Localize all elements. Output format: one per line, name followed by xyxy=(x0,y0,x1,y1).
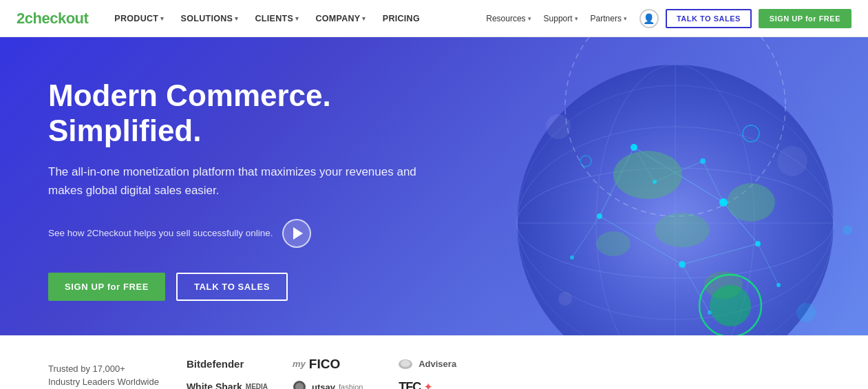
chevron-down-icon: ▾ xyxy=(362,15,366,22)
chevron-down-icon: ▾ xyxy=(624,15,627,22)
client-logo-utsav: utsav fashion xyxy=(293,380,374,389)
svg-point-30 xyxy=(700,158,706,164)
svg-point-28 xyxy=(679,261,686,268)
client-logo-tfc: TFC✦ xyxy=(399,380,480,389)
client-logo-whiteshark: White Shark MEDIA xyxy=(187,381,268,389)
client-logo-bitdefender: Bitdefender xyxy=(187,358,268,370)
svg-point-41 xyxy=(796,303,816,322)
nav-pricing[interactable]: PRICING xyxy=(376,10,427,28)
nav-partners[interactable]: Partners ▾ xyxy=(585,11,633,26)
svg-point-26 xyxy=(719,198,728,207)
logo-accent: out xyxy=(66,10,89,27)
hero-video-text: See how 2Checkout helps you sell success… xyxy=(48,228,273,238)
play-button[interactable] xyxy=(282,219,311,248)
globe-visual xyxy=(462,37,868,335)
client-logo-advisera: Advisera xyxy=(399,359,480,370)
talk-sales-hero-button[interactable]: TALK TO SALES xyxy=(176,273,288,301)
svg-point-32 xyxy=(776,283,781,287)
talk-sales-nav-button[interactable]: TALK TO SALES xyxy=(666,9,752,28)
svg-point-31 xyxy=(653,180,657,184)
svg-point-34 xyxy=(570,255,574,260)
hero-content: Modern Commerce. Simplified. The all-in-… xyxy=(0,37,496,335)
nav-company[interactable]: COMPANY ▾ xyxy=(308,10,372,28)
nav-solutions[interactable]: SOLUTIONS ▾ xyxy=(174,10,246,28)
svg-point-21 xyxy=(655,213,710,247)
chevron-down-icon: ▾ xyxy=(160,15,164,22)
client-logo-myfico: myFICO xyxy=(293,357,374,372)
hero-video-row: See how 2Checkout helps you sell success… xyxy=(48,219,468,248)
nav-support[interactable]: Support ▾ xyxy=(538,11,584,26)
chevron-down-icon: ▾ xyxy=(575,15,578,22)
svg-point-29 xyxy=(755,241,761,246)
hero-subtitle: The all-in-one monetization platform tha… xyxy=(48,163,447,200)
svg-point-36 xyxy=(710,285,751,326)
svg-point-45 xyxy=(401,360,410,367)
svg-point-24 xyxy=(596,231,631,256)
nav-clients[interactable]: CLIENTS ▾ xyxy=(248,10,306,28)
user-icon[interactable]: 👤 xyxy=(639,9,659,28)
hero-title: Modern Commerce. Simplified. xyxy=(48,78,468,148)
chevron-down-icon: ▾ xyxy=(235,15,238,22)
hero-buttons: SIGN UP for FREE TALK TO SALES xyxy=(48,273,468,301)
nav-product[interactable]: PRODUCT ▾ xyxy=(107,10,171,28)
svg-point-25 xyxy=(631,144,637,151)
logo-text: 2check xyxy=(17,10,66,27)
svg-point-20 xyxy=(613,151,682,199)
nav-right: Resources ▾ Support ▾ Partners ▾ 👤 TALK … xyxy=(480,9,851,28)
hero-section: Modern Commerce. Simplified. The all-in-… xyxy=(0,37,868,335)
nav-right-links: Resources ▾ Support ▾ Partners ▾ xyxy=(480,11,633,26)
nav-links: PRODUCT ▾ SOLUTIONS ▾ CLIENTS ▾ COMPANY … xyxy=(107,10,480,28)
nav-resources[interactable]: Resources ▾ xyxy=(480,11,536,26)
svg-point-22 xyxy=(727,183,775,222)
clients-strip: Trusted by 17,000+ Industry Leaders Worl… xyxy=(0,335,868,389)
svg-point-43 xyxy=(843,225,852,235)
navbar: 2checkout PRODUCT ▾ SOLUTIONS ▾ CLIENTS … xyxy=(0,0,868,37)
signup-hero-button[interactable]: SIGN UP for FREE xyxy=(48,273,165,301)
svg-point-39 xyxy=(546,114,571,139)
svg-point-27 xyxy=(597,213,602,219)
clients-logos: Bitdefender myFICO Advisera White Shark … xyxy=(187,357,480,389)
svg-point-42 xyxy=(558,292,572,306)
chevron-down-icon: ▾ xyxy=(295,15,299,22)
chevron-down-icon: ▾ xyxy=(528,15,531,22)
logo[interactable]: 2checkout xyxy=(17,10,88,28)
svg-point-40 xyxy=(777,146,807,176)
signup-nav-button[interactable]: SIGN UP for FREE xyxy=(759,9,851,28)
clients-label: Trusted by 17,000+ Industry Leaders Worl… xyxy=(48,362,159,389)
